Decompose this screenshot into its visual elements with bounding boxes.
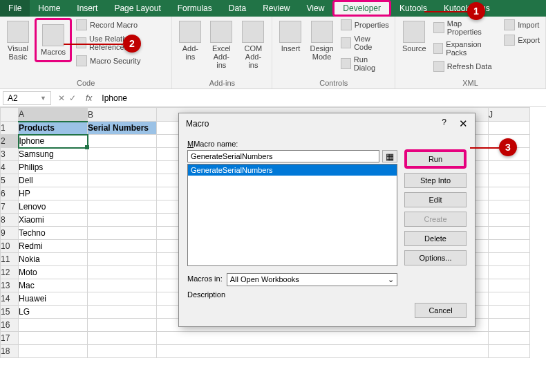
expansion-packs-button[interactable]: Expansion Packs <box>432 39 500 58</box>
cell-a6[interactable]: HP <box>19 187 88 200</box>
view-code-button[interactable]: View Code <box>339 33 390 53</box>
tab-developer[interactable]: Developer <box>332 0 391 17</box>
macro-security-button[interactable]: Macro Security <box>75 54 167 68</box>
tab-file[interactable]: File <box>0 0 30 17</box>
com-addins-button[interactable]: COM Add-ins <box>238 18 267 72</box>
macros-button[interactable]: Macros <box>38 21 68 59</box>
step-into-button[interactable]: Step Into <box>404 173 467 188</box>
tab-review[interactable]: Review <box>254 0 298 17</box>
run-button[interactable]: Run <box>404 149 467 169</box>
addins-button[interactable]: Add- ins <box>176 18 204 64</box>
fx-icon[interactable]: fx <box>80 93 97 103</box>
table-cell[interactable] <box>88 253 157 266</box>
macros-in-select[interactable]: All Open Workbooks⌄ <box>227 273 397 286</box>
source-button[interactable]: Source <box>399 18 429 55</box>
table-cell[interactable] <box>88 135 157 148</box>
table-cell[interactable] <box>489 200 530 214</box>
cell-a9[interactable]: Techno <box>19 227 88 240</box>
tab-insert[interactable]: Insert <box>68 0 106 17</box>
row-header-6[interactable]: 6 <box>1 187 19 200</box>
cell-a4[interactable]: Philips <box>19 161 88 174</box>
cell-a15[interactable]: LG <box>19 306 88 319</box>
row-header-13[interactable]: 13 <box>1 279 19 292</box>
tab-formulas[interactable]: Formulas <box>169 0 220 17</box>
cell-a13[interactable]: Mac <box>19 279 88 292</box>
table-cell[interactable] <box>489 279 530 292</box>
table-cell[interactable] <box>489 227 530 240</box>
cell-a11[interactable]: Nokia <box>19 253 88 266</box>
table-cell[interactable] <box>88 187 157 200</box>
table-cell[interactable] <box>88 200 157 214</box>
macro-name-input[interactable] <box>187 150 379 162</box>
table-cell[interactable] <box>489 332 530 345</box>
row-header-11[interactable]: 11 <box>1 253 19 266</box>
row-header-17[interactable]: 17 <box>1 332 19 345</box>
insert-control-button[interactable]: Insert <box>276 18 304 55</box>
import-button[interactable]: Import <box>502 18 541 32</box>
macro-list[interactable]: GenerateSerialNumbers <box>187 164 397 266</box>
tab-view[interactable]: View <box>299 0 333 17</box>
table-cell[interactable] <box>489 306 530 319</box>
tab-page-layout[interactable]: Page Layout <box>106 0 169 17</box>
edit-button[interactable]: Edit <box>404 192 467 207</box>
row-header-16[interactable]: 16 <box>1 319 19 332</box>
row-header-9[interactable]: 9 <box>1 227 19 240</box>
row-header-15[interactable]: 15 <box>1 306 19 319</box>
table-cell[interactable] <box>157 332 489 345</box>
tab-data[interactable]: Data <box>220 0 254 17</box>
cell-a3[interactable]: Samsung <box>19 148 88 161</box>
table-cell[interactable] <box>88 174 157 187</box>
table-cell[interactable] <box>88 227 157 240</box>
row-header-18[interactable]: 18 <box>1 345 19 358</box>
cell-a8[interactable]: Xiaomi <box>19 214 88 227</box>
export-button[interactable]: Export <box>502 33 541 47</box>
enter-formula-icon[interactable]: ✓ <box>69 93 76 103</box>
visual-basic-button[interactable]: Visual Basic <box>4 18 32 64</box>
cell-a10[interactable]: Redmi <box>19 240 88 253</box>
table-cell[interactable] <box>489 187 530 200</box>
row-header-14[interactable]: 14 <box>1 292 19 306</box>
properties-button[interactable]: Properties <box>339 18 390 32</box>
cell-b1[interactable]: Serial Numbers <box>88 122 157 135</box>
col-header-j[interactable]: J <box>489 108 530 122</box>
options-button[interactable]: Options... <box>404 250 467 265</box>
row-header-7[interactable]: 7 <box>1 200 19 214</box>
cancel-formula-icon[interactable]: ✕ <box>58 93 65 103</box>
table-cell[interactable] <box>88 345 157 358</box>
col-header-a[interactable]: A <box>19 108 88 122</box>
select-all-corner[interactable] <box>1 108 19 122</box>
table-cell[interactable] <box>157 345 489 358</box>
table-cell[interactable] <box>88 332 157 345</box>
table-cell[interactable] <box>489 266 530 279</box>
col-header-b[interactable]: B <box>88 108 157 122</box>
table-cell[interactable] <box>88 266 157 279</box>
delete-button[interactable]: Delete <box>404 231 467 246</box>
table-cell[interactable] <box>489 174 530 187</box>
table-cell[interactable] <box>88 319 157 332</box>
collapse-dialog-icon[interactable]: ▦ <box>382 150 397 162</box>
table-cell[interactable] <box>489 253 530 266</box>
row-header-12[interactable]: 12 <box>1 266 19 279</box>
refresh-data-button[interactable]: Refresh Data <box>432 59 500 73</box>
excel-addins-button[interactable]: Excel Add-ins <box>207 18 236 72</box>
use-relative-button[interactable]: Use Relative References <box>75 33 167 53</box>
close-icon[interactable]: ✕ <box>459 118 468 130</box>
table-cell[interactable] <box>88 161 157 174</box>
table-cell[interactable] <box>489 240 530 253</box>
formula-input[interactable] <box>97 92 546 104</box>
cell-a18[interactable] <box>19 345 88 358</box>
map-properties-button[interactable]: Map Properties <box>432 18 500 37</box>
help-icon[interactable]: ? <box>442 118 446 130</box>
table-cell[interactable] <box>88 148 157 161</box>
table-cell[interactable] <box>489 319 530 332</box>
name-box[interactable]: A2▼ <box>3 91 51 105</box>
row-header-4[interactable]: 4 <box>1 161 19 174</box>
cell-a12[interactable]: Moto <box>19 266 88 279</box>
table-cell[interactable] <box>88 306 157 319</box>
table-cell[interactable] <box>489 292 530 306</box>
row-header-3[interactable]: 3 <box>1 148 19 161</box>
run-dialog-button[interactable]: Run Dialog <box>339 54 390 73</box>
tab-home[interactable]: Home <box>30 0 68 17</box>
table-cell[interactable] <box>88 292 157 306</box>
tab-kutools[interactable]: Kutools <box>391 0 435 17</box>
